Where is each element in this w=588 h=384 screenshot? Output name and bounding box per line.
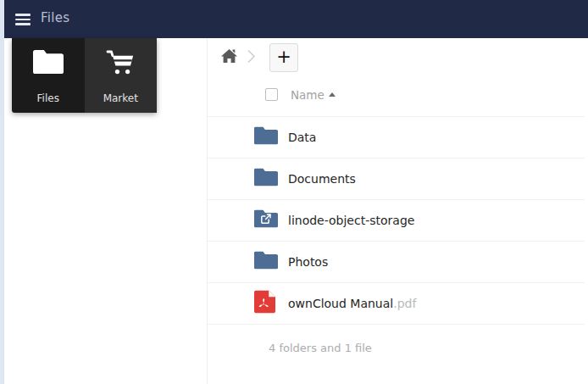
file-row-owncloud-manual-pdf[interactable]: ownCloud Manual.pdf — [208, 282, 585, 324]
column-header-name[interactable]: Name — [291, 88, 325, 102]
app-tile-label: Market — [85, 92, 158, 104]
app-tile-files[interactable]: Files — [12, 38, 85, 113]
app-tile-label: Files — [12, 92, 85, 104]
select-all-checkbox[interactable] — [265, 88, 278, 101]
pdf-icon — [254, 291, 275, 317]
file-extension: .pdf — [393, 297, 416, 310]
home-breadcrumb-icon[interactable] — [221, 48, 237, 63]
file-count-summary: 4 folders and 1 file — [269, 342, 372, 354]
app-tile-market[interactable]: Market — [85, 38, 158, 113]
file-name[interactable]: Documents — [288, 172, 356, 186]
folder-icon — [254, 169, 278, 190]
window-edge-strip — [0, 0, 4, 384]
file-basename: ownCloud Manual — [288, 297, 393, 310]
file-list-summary-row: 4 folders and 1 file — [208, 324, 585, 371]
app-menu-toggle-hamburger-icon[interactable] — [15, 14, 31, 25]
sort-asc-icon — [329, 92, 336, 97]
folder-icon — [254, 127, 278, 148]
file-row-documents[interactable]: Documents — [208, 158, 585, 199]
app-title: Files — [41, 10, 69, 25]
external-folder-icon — [254, 210, 278, 231]
file-row-photos[interactable]: Photos — [208, 241, 585, 282]
file-row-data[interactable]: Data — [208, 116, 585, 158]
folder-icon — [33, 50, 64, 77]
top-bar: Files — [0, 0, 588, 38]
chevron-right-icon — [247, 49, 256, 64]
app-switcher-menu: Files Market — [12, 38, 157, 113]
folder-icon — [254, 252, 278, 273]
file-name[interactable]: Photos — [288, 255, 328, 269]
file-name[interactable]: Data — [288, 131, 316, 144]
file-row-linode-object-storage[interactable]: linode-object-storage — [208, 199, 585, 241]
shopping-cart-icon — [106, 50, 135, 79]
file-name[interactable]: linode-object-storage — [288, 214, 414, 227]
new-file-button[interactable]: + — [269, 43, 298, 72]
file-name[interactable]: ownCloud Manual.pdf — [288, 297, 416, 310]
